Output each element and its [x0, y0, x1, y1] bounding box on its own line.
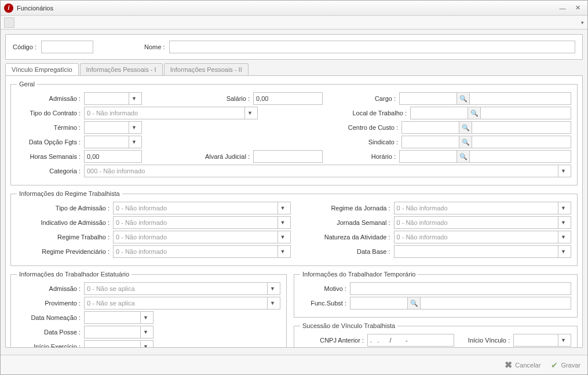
titlebar: i Funcionários — ✕	[1, 1, 587, 16]
close-button[interactable]: ✕	[571, 3, 584, 13]
data-posse-date[interactable]: ▼	[84, 326, 154, 338]
horario-search-button[interactable]: 🔍	[457, 150, 470, 163]
chevron-down-icon[interactable]: ▼	[558, 217, 568, 228]
data-opcao-fgts-date[interactable]: ▼	[84, 136, 142, 148]
header-panel: Código : Nome :	[5, 34, 583, 60]
data-base-combo[interactable]: ▼	[394, 245, 572, 258]
jornada-semanal-combo[interactable]: 0 - Não informado▼	[394, 216, 572, 229]
local-trabalho-search-button[interactable]: 🔍	[468, 107, 481, 119]
cargo-desc[interactable]	[470, 92, 571, 105]
centro-custo-search-button[interactable]: 🔍	[459, 121, 472, 134]
legend-geral: Geral	[17, 81, 37, 88]
window-title: Funcionários	[17, 5, 554, 12]
centro-custo-lookup: 🔍	[401, 121, 571, 134]
sindicato-desc[interactable]	[472, 136, 571, 148]
cnpj-anterior-input[interactable]	[367, 334, 454, 347]
chevron-down-icon[interactable]: ▼	[129, 122, 139, 133]
alvara-input[interactable]	[253, 150, 323, 163]
chevron-down-icon[interactable]: ▼	[129, 93, 139, 104]
chevron-down-icon[interactable]: ▼	[244, 107, 255, 119]
search-icon: 🔍	[410, 300, 418, 307]
sindicato-label: Sindicato :	[328, 139, 398, 145]
func-subst-search-button[interactable]: 🔍	[408, 297, 421, 310]
centro-custo-key[interactable]	[401, 121, 459, 134]
horario-label: Horário :	[326, 153, 396, 160]
tab-informacoes-pessoais-2[interactable]: Informações Pessoais - II	[164, 63, 249, 75]
tipo-contrato-combo[interactable]: 0 - Não informado▼	[84, 107, 258, 119]
chevron-down-icon[interactable]: ▼	[558, 231, 568, 243]
horas-semanais-input[interactable]	[84, 150, 142, 163]
tab-body: Geral Admissão : ▼ Salário : Cargo : 🔍 T…	[5, 75, 583, 348]
chevron-down-icon[interactable]: ▼	[277, 231, 288, 243]
tipo-admissao-combo[interactable]: 0 - Não informado▼	[113, 202, 291, 214]
categoria-combo[interactable]: 000 - Não informado▼	[84, 165, 571, 177]
tipo-admissao-label: Tipo de Admissão :	[17, 205, 109, 212]
provimento-combo[interactable]: 0 - Não se aplica▼	[84, 297, 280, 310]
horario-key[interactable]	[399, 150, 457, 163]
salario-label: Salário :	[145, 95, 250, 102]
chevron-down-icon[interactable]: ▼	[129, 136, 139, 148]
est-admissao-combo[interactable]: 0 - Não se aplica▼	[84, 282, 280, 295]
toolbar-action-icon[interactable]	[4, 17, 14, 28]
natureza-atividade-combo[interactable]: 0 - Não informado▼	[394, 231, 572, 243]
regime-jornada-combo[interactable]: 0 - Não informado▼	[394, 202, 572, 214]
indicativo-admissao-combo[interactable]: 0 - Não informado▼	[113, 216, 291, 229]
data-nomeacao-label: Data Nomeação :	[17, 314, 81, 321]
regime-jornada-label: Regime da Jornada :	[298, 205, 390, 212]
sindicato-search-button[interactable]: 🔍	[459, 136, 472, 148]
tabs: Vínculo Empregatício Informações Pessoai…	[5, 63, 583, 75]
motivo-label: Motivo :	[300, 285, 346, 292]
data-nomeacao-date[interactable]: ▼	[84, 311, 154, 324]
centro-custo-desc[interactable]	[472, 121, 571, 134]
chevron-down-icon[interactable]: ▼	[558, 246, 568, 257]
tab-informacoes-pessoais-1[interactable]: Informações Pessoais - I	[80, 63, 163, 75]
gravar-button[interactable]: ✔Gravar	[551, 361, 580, 370]
chevron-down-icon[interactable]: ▼	[140, 312, 151, 323]
minimize-button[interactable]: —	[556, 3, 569, 13]
cancelar-button[interactable]: ✖Cancelar	[505, 359, 540, 370]
regime-prev-combo[interactable]: 0 - Não informado▼	[113, 245, 291, 258]
regime-trabalho-combo[interactable]: 0 - Não informado▼	[113, 231, 291, 243]
func-subst-desc[interactable]	[421, 297, 571, 310]
indicativo-admissao-label: Indicativo de Admissão :	[17, 219, 109, 226]
inicio-vinculo-date[interactable]: ▼	[513, 334, 571, 347]
chevron-down-icon[interactable]: ▼	[558, 202, 568, 214]
admissao-date[interactable]: ▼	[84, 92, 142, 105]
search-icon: 🔍	[470, 110, 479, 117]
toolbar-dropdown-icon[interactable]: ▾	[581, 20, 584, 26]
chevron-down-icon[interactable]: ▼	[267, 297, 277, 309]
salario-input[interactable]	[253, 92, 323, 105]
nome-input[interactable]	[169, 41, 575, 53]
chevron-down-icon[interactable]: ▼	[140, 341, 151, 348]
chevron-down-icon[interactable]: ▼	[277, 217, 288, 228]
regime-trabalho-label: Regime Trabalho :	[17, 234, 109, 241]
cargo-key[interactable]	[399, 92, 457, 105]
chevron-down-icon[interactable]: ▼	[558, 165, 568, 177]
group-sucessao: Sucessão de Vínculo Trabalhista CNPJ Ant…	[294, 322, 578, 348]
tab-vinculo-empregaticio[interactable]: Vínculo Empregatício	[5, 63, 79, 75]
toolbar: ▾	[1, 16, 587, 30]
local-trabalho-lookup: 🔍	[410, 107, 571, 119]
func-subst-key[interactable]	[350, 297, 408, 310]
local-trabalho-desc[interactable]	[481, 107, 571, 119]
horario-desc[interactable]	[470, 150, 571, 163]
motivo-input[interactable]	[350, 282, 571, 295]
codigo-input[interactable]	[41, 41, 93, 53]
group-estatutario: Informações do Trabalhador Estatuário Ad…	[10, 271, 287, 348]
inicio-exercicio-date[interactable]: ▼	[84, 340, 154, 348]
chevron-down-icon[interactable]: ▼	[277, 246, 288, 257]
chevron-down-icon[interactable]: ▼	[267, 283, 277, 294]
local-trabalho-key[interactable]	[410, 107, 468, 119]
chevron-down-icon[interactable]: ▼	[558, 334, 568, 346]
sindicato-key[interactable]	[401, 136, 459, 148]
chevron-down-icon[interactable]: ▼	[277, 202, 288, 214]
horas-semanais-label: Horas Semanais :	[17, 153, 81, 160]
regime-prev-label: Regime Previdenciário :	[17, 248, 109, 255]
cargo-lookup: 🔍	[399, 92, 571, 105]
natureza-atividade-label: Natureza da Atividade :	[298, 234, 390, 241]
termino-date[interactable]: ▼	[84, 121, 142, 134]
group-geral: Geral Admissão : ▼ Salário : Cargo : 🔍 T…	[10, 81, 578, 185]
cnpj-anterior-label: CNPJ Anterior :	[300, 337, 364, 344]
cargo-search-button[interactable]: 🔍	[457, 92, 470, 105]
chevron-down-icon[interactable]: ▼	[140, 326, 151, 338]
